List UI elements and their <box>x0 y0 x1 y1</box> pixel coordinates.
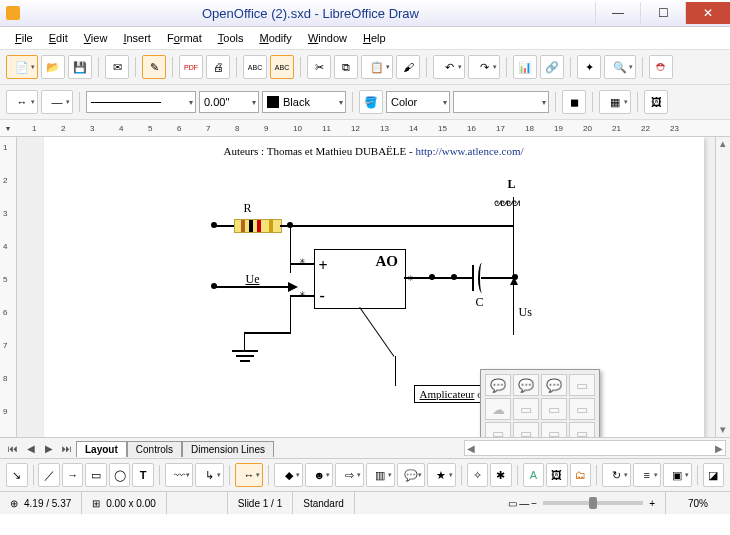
tab-nav-next[interactable]: ▶ <box>40 443 58 454</box>
tab-nav-prev[interactable]: ◀ <box>22 443 40 454</box>
gluepoints-tool[interactable]: ✱ <box>490 463 512 487</box>
menu-window[interactable]: Window <box>301 29 354 47</box>
stars-tool[interactable]: ★ <box>427 463 456 487</box>
extrusion-tool[interactable]: ◪ <box>703 463 725 487</box>
callout-opt-4[interactable]: ▭ <box>569 374 595 396</box>
paste-button[interactable]: 📋 <box>361 55 393 79</box>
align-tool[interactable]: ≡ <box>633 463 662 487</box>
callout-tool[interactable]: 💬 <box>397 463 426 487</box>
text-tool[interactable]: T <box>132 463 154 487</box>
callout-style-popup[interactable]: 💬 💬 💬 ▭ ☁ ▭ ▭ ▭ ▭ ▭ ▭ ▭ <box>480 369 600 437</box>
from-file-tool[interactable]: 🖼 <box>546 463 568 487</box>
hyperlink-button[interactable]: 🔗 <box>540 55 564 79</box>
ellipse-tool[interactable]: ◯ <box>109 463 131 487</box>
effects-tool[interactable]: ↻ <box>602 463 631 487</box>
callout-opt-9[interactable]: ▭ <box>485 422 511 437</box>
menu-edit[interactable]: Edit <box>42 29 75 47</box>
line-width-field[interactable]: 0.00"▾ <box>199 91 259 113</box>
callout-opt-10[interactable]: ▭ <box>513 422 539 437</box>
connector-tool[interactable]: ↳ <box>195 463 224 487</box>
callout-opt-2[interactable]: 💬 <box>513 374 539 396</box>
line-style-button[interactable]: — <box>41 90 73 114</box>
circuit-drawing[interactable]: R L ᘛᘛᘛᘛ <box>184 177 584 387</box>
fill-color-combo[interactable]: ▾ <box>453 91 549 113</box>
maximize-button[interactable]: ☐ <box>640 2 685 24</box>
edit-mode-button[interactable]: ✎ <box>142 55 166 79</box>
close-button[interactable]: ✕ <box>685 2 730 24</box>
status-zoom-value[interactable]: 70% <box>666 492 730 514</box>
status-slide[interactable]: Slide 1 / 1 <box>228 492 293 514</box>
open-button[interactable]: 📂 <box>41 55 65 79</box>
autospell-button[interactable]: ABC <box>270 55 294 79</box>
menu-format[interactable]: Format <box>160 29 209 47</box>
fontwork-tool[interactable]: A <box>523 463 545 487</box>
basic-shapes-tool[interactable]: ◆ <box>274 463 303 487</box>
rectangle-tool[interactable]: ▭ <box>85 463 107 487</box>
navigator-button[interactable]: ✦ <box>577 55 601 79</box>
cut-button[interactable]: ✂ <box>307 55 331 79</box>
image-button[interactable]: 🖼 <box>644 90 668 114</box>
horizontal-scrollbar[interactable]: ◀▶ <box>464 440 726 456</box>
callout-opt-11[interactable]: ▭ <box>541 422 567 437</box>
flowchart-tool[interactable]: ▥ <box>366 463 395 487</box>
redo-button[interactable]: ↷ <box>468 55 500 79</box>
undo-button[interactable]: ↶ <box>433 55 465 79</box>
zoom-slider[interactable] <box>543 501 643 505</box>
spellcheck-button[interactable]: ABC <box>243 55 267 79</box>
callout-opt-6[interactable]: ▭ <box>513 398 539 420</box>
tab-dimension-lines[interactable]: Dimension Lines <box>182 441 274 457</box>
format-paintbrush-button[interactable]: 🖌 <box>396 55 420 79</box>
menu-help[interactable]: Help <box>356 29 393 47</box>
email-button[interactable]: ✉ <box>105 55 129 79</box>
menu-modify[interactable]: Modify <box>252 29 298 47</box>
credits-link[interactable]: http://www.atlence.com/ <box>415 145 523 157</box>
copy-button[interactable]: ⧉ <box>334 55 358 79</box>
tab-layout[interactable]: Layout <box>76 441 127 457</box>
gallery-tool[interactable]: 🗂 <box>570 463 592 487</box>
chart-button[interactable]: 📊 <box>513 55 537 79</box>
shadow-button[interactable]: ◼ <box>562 90 586 114</box>
zoom-in-button[interactable]: + <box>649 498 655 509</box>
select-tool[interactable]: ↘ <box>6 463 28 487</box>
callout-opt-1[interactable]: 💬 <box>485 374 511 396</box>
zoom-out-button[interactable]: − <box>531 498 537 509</box>
callout-opt-3[interactable]: 💬 <box>541 374 567 396</box>
menu-tools[interactable]: Tools <box>211 29 251 47</box>
vertical-scrollbar[interactable]: ▴ ▾ <box>715 137 730 437</box>
arrow-line-tool[interactable]: → <box>62 463 84 487</box>
status-mode[interactable]: Standard <box>293 492 355 514</box>
tab-controls[interactable]: Controls <box>127 441 182 457</box>
callout-opt-12[interactable]: ▭ <box>569 422 595 437</box>
grid-button[interactable]: ▦ <box>599 90 631 114</box>
area-style-button[interactable]: 🪣 <box>359 90 383 114</box>
line-color-combo[interactable]: Black▾ <box>262 91 346 113</box>
line-tool[interactable]: ／ <box>38 463 60 487</box>
menu-view[interactable]: View <box>77 29 115 47</box>
new-doc-button[interactable]: 📄 <box>6 55 38 79</box>
minimize-button[interactable]: — <box>595 2 640 24</box>
points-edit-tool[interactable]: ✧ <box>467 463 489 487</box>
horizontal-ruler[interactable]: ▾ 1234567891011121314151617181920212223 <box>0 120 730 137</box>
help-button[interactable]: ⛑ <box>649 55 673 79</box>
arrow-style-button[interactable]: ↔ <box>6 90 38 114</box>
callout-opt-8[interactable]: ▭ <box>569 398 595 420</box>
curve-tool[interactable]: 〰 <box>165 463 194 487</box>
block-arrows-tool[interactable]: ⇨ <box>335 463 364 487</box>
symbol-shapes-tool[interactable]: ☻ <box>305 463 334 487</box>
drawing-page[interactable]: Auteurs : Thomas et Mathieu DUBAËLE - ht… <box>44 137 704 437</box>
callout-opt-7[interactable]: ▭ <box>541 398 567 420</box>
menu-insert[interactable]: Insert <box>116 29 158 47</box>
lines-arrows-tool[interactable]: ↔ <box>235 463 264 487</box>
tab-nav-first[interactable]: ⏮ <box>4 443 22 454</box>
tab-nav-last[interactable]: ⏭ <box>58 443 76 454</box>
fill-type-combo[interactable]: Color▾ <box>386 91 450 113</box>
menu-file[interactable]: File <box>8 29 40 47</box>
vertical-ruler[interactable]: 123456789 <box>0 137 17 437</box>
fit-page-icon[interactable]: ▭ <box>508 498 517 509</box>
save-button[interactable]: 💾 <box>68 55 92 79</box>
line-pattern-combo[interactable]: ▾ <box>86 91 196 113</box>
zoom-button[interactable]: 🔍 <box>604 55 636 79</box>
callout-opt-5[interactable]: ☁ <box>485 398 511 420</box>
print-button[interactable]: 🖨 <box>206 55 230 79</box>
export-pdf-button[interactable]: PDF <box>179 55 203 79</box>
